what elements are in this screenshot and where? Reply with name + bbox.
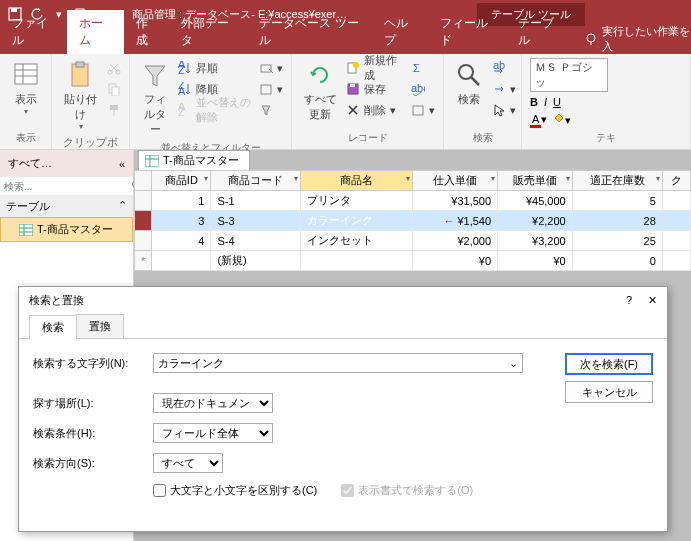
delete-record-button[interactable]: 削除 ▾ (346, 100, 405, 120)
row-selector[interactable] (135, 191, 152, 211)
tab-dbtools[interactable]: データベース ツール (247, 10, 371, 54)
spellcheck-button[interactable]: abc (411, 79, 435, 99)
tellme[interactable]: 実行したい作業を入 (584, 24, 691, 54)
select-all-cell[interactable] (135, 171, 152, 191)
funnel-icon (140, 60, 170, 90)
goto-button[interactable]: ▾ (492, 79, 516, 99)
font-name-combo[interactable]: ＭＳ Ｐゴシッ (530, 58, 608, 92)
cell-name[interactable]: カラーインク (301, 211, 412, 231)
cell-extra[interactable] (662, 231, 690, 251)
tab-fields[interactable]: フィールド (428, 10, 506, 54)
cell-stock[interactable]: 5 (572, 191, 662, 211)
tab-home[interactable]: ホーム (67, 10, 123, 54)
magnifier-icon (454, 60, 484, 90)
advanced-filter-button[interactable]: ▾ (259, 79, 283, 99)
sort-asc-button[interactable]: AZ昇順 (178, 58, 253, 78)
fill-color-button[interactable]: ▾ (553, 112, 571, 127)
svg-rect-25 (261, 85, 271, 94)
cell-extra[interactable] (662, 191, 690, 211)
datasheet-tab[interactable]: T-商品マスター (138, 150, 250, 170)
cell-code[interactable]: S-4 (211, 231, 301, 251)
nav-search-input[interactable] (4, 181, 131, 192)
col-id[interactable]: 商品ID▾ (152, 171, 211, 191)
lookin-select[interactable]: 現在のドキュメント (153, 393, 273, 413)
underline-button[interactable]: U (553, 96, 561, 108)
tab-help[interactable]: ヘルプ (372, 10, 428, 54)
col-stock[interactable]: 適正在庫数▾ (572, 171, 662, 191)
more-records-button[interactable]: ▾ (411, 100, 435, 120)
dialog-title: 検索と置換 (29, 293, 84, 308)
cell-price[interactable]: ¥3,200 (498, 231, 573, 251)
cell-name[interactable]: プリンタ (301, 191, 412, 211)
replace-button[interactable]: ab (492, 58, 516, 78)
cell-extra[interactable] (662, 211, 690, 231)
font-color-button[interactable]: A▾ (530, 113, 547, 126)
save-record-button[interactable]: 保存 (346, 79, 405, 99)
svg-rect-32 (413, 106, 423, 115)
dialog-close-button[interactable]: ✕ (648, 294, 657, 307)
tab-external[interactable]: 外部データ (169, 10, 247, 54)
table-row[interactable]: 1 S-1 プリンタ ¥31,500 ¥45,000 5 (135, 191, 691, 211)
nav-category[interactable]: テーブル (6, 199, 50, 214)
svg-text:Z: Z (178, 64, 185, 75)
chk-matchcase[interactable]: 大文字と小文字を区別する(C) (153, 483, 317, 498)
svg-text:A: A (178, 85, 186, 96)
find-next-button[interactable]: 次を検索(F) (565, 353, 653, 375)
match-select[interactable]: フィールド全体 (153, 423, 273, 443)
col-name[interactable]: 商品名▾ (301, 171, 412, 191)
collapse-cat-icon[interactable]: ⌃ (118, 199, 127, 214)
cell-cost[interactable]: ← ¥1,540 (412, 211, 497, 231)
new-record-button[interactable]: 新規作成 (346, 58, 405, 78)
refresh-all-button[interactable]: すべて 更新 (300, 58, 340, 124)
cell-id[interactable]: 3 (152, 211, 211, 231)
lbl-findwhat: 検索する文字列(N): (33, 356, 141, 371)
table-row[interactable]: 4 S-4 インクセット ¥2,000 ¥3,200 25 (135, 231, 691, 251)
cell-stock[interactable]: 25 (572, 231, 662, 251)
cell-code[interactable]: S-1 (211, 191, 301, 211)
tab-table[interactable]: テーブル (506, 10, 573, 54)
cell-price[interactable]: ¥2,200 (498, 211, 573, 231)
col-extra[interactable]: ク (662, 171, 690, 191)
chk-format: 表示書式で検索する(O) (341, 483, 473, 498)
cell-id[interactable]: 4 (152, 231, 211, 251)
table-icon (145, 155, 159, 167)
totals-button[interactable]: Σ (411, 58, 435, 78)
row-selector[interactable]: * (135, 251, 152, 271)
cell-cost[interactable]: ¥31,500 (412, 191, 497, 211)
dialog-help-button[interactable]: ? (626, 294, 632, 307)
cell-stock[interactable]: 28 (572, 211, 662, 231)
selection-filter-button[interactable]: ▾ (259, 58, 283, 78)
cell-price[interactable]: ¥45,000 (498, 191, 573, 211)
cell-id[interactable]: 1 (152, 191, 211, 211)
italic-button[interactable]: I (544, 96, 547, 108)
tab-create[interactable]: 作成 (124, 10, 170, 54)
cell-code[interactable]: S-3 (211, 211, 301, 231)
view-button[interactable]: 表示 ▾ (8, 58, 43, 118)
new-row[interactable]: * (新規) ¥0 ¥0 0 (135, 251, 691, 271)
refresh-icon (305, 60, 335, 90)
find-button[interactable]: 検索 (452, 58, 486, 109)
findwhat-combo[interactable]: カラーインク⌄ (153, 353, 523, 373)
col-cost[interactable]: 仕入単価▾ (412, 171, 497, 191)
direction-select[interactable]: すべて (153, 453, 223, 473)
col-price[interactable]: 販売単価▾ (498, 171, 573, 191)
cancel-button[interactable]: キャンセル (565, 381, 653, 403)
col-code[interactable]: 商品コード▾ (211, 171, 301, 191)
row-selector[interactable] (135, 231, 152, 251)
tab-replace[interactable]: 置換 (76, 314, 124, 338)
svg-text:Z: Z (178, 106, 185, 117)
tab-find[interactable]: 検索 (29, 315, 77, 339)
table-row[interactable]: 3 S-3 カラーインク ← ¥1,540 ¥2,200 28 (135, 211, 691, 231)
cell-cost[interactable]: ¥2,000 (412, 231, 497, 251)
row-selector[interactable] (135, 211, 152, 231)
toggle-filter-button[interactable] (259, 100, 283, 120)
nav-item-table[interactable]: T-商品マスター (0, 217, 133, 242)
cell-name[interactable]: インクセット (301, 231, 412, 251)
nav-collapse-icon[interactable]: « (119, 158, 125, 170)
svg-point-27 (353, 62, 359, 68)
tab-file[interactable]: ファイル (0, 10, 67, 54)
select-button[interactable]: ▾ (492, 100, 516, 120)
paste-button[interactable]: 貼り付け ▾ (60, 58, 101, 133)
filter-button[interactable]: フィルター (138, 58, 172, 139)
bold-button[interactable]: B (530, 96, 538, 108)
